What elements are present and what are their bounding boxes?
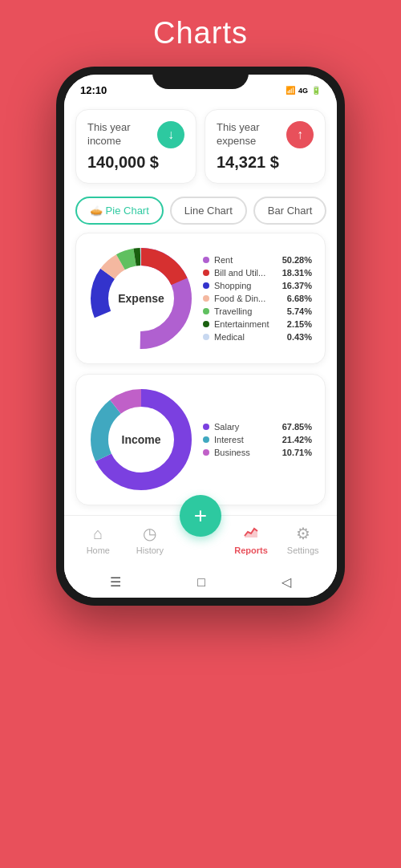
notch [152,67,249,89]
nav-reports-label: Reports [234,546,268,555]
chart-tabs: 🥧 Pie Chart Line Chart Bar Chart [64,193,337,233]
income-donut-wrapper: Income [89,387,193,492]
legend-pct-interest: 21.42% [282,435,312,444]
legend-item: Business 10.71% [203,448,312,457]
income-label: This year income [87,121,157,148]
legend-item: Salary 67.85% [203,422,312,432]
page-title: Charts [153,16,248,51]
expense-icon: ↑ [286,121,314,148]
menu-icon[interactable]: ☰ [110,574,121,590]
history-icon: ◷ [143,524,156,543]
status-icons: 📶 4G 🔋 [286,86,321,95]
home-icon: ⌂ [93,525,103,543]
expense-label: This year expense [217,121,286,148]
legend-pct-salary: 67.85% [282,422,312,432]
tab-line-chart[interactable]: Line Chart [170,197,247,225]
expense-chart-card: Expense Rent 50.28% Bill and Util... 18.… [75,233,326,364]
legend-name-travel: Travelling [214,306,282,316]
legend-item: Entertainment 2.15% [203,319,312,329]
legend-dot-salary [203,424,209,430]
home-nav-icon[interactable]: □ [197,575,205,590]
legend-item: Food & Din... 6.68% [203,294,312,303]
expense-legend: Rent 50.28% Bill and Util... 18.31% Shop… [203,255,312,342]
expense-donut-label: Expense [118,292,164,305]
legend-name-shopping: Shopping [214,281,277,290]
settings-icon: ⚙ [296,524,310,543]
legend-dot-business [203,449,209,456]
bottom-nav: + ⌂ Home ◷ History [64,515,337,566]
expense-amount: 14,321 $ [217,153,314,172]
legend-name-salary: Salary [214,422,277,432]
cards-row: This year income ↓ 140,000 $ This year e… [64,99,337,193]
nav-home[interactable]: ⌂ Home [76,525,120,555]
legend-pct-bill: 18.31% [282,268,312,278]
nav-settings-label: Settings [287,546,319,555]
expense-card: This year expense ↑ 14,321 $ [205,109,326,184]
income-legend: Salary 67.85% Interest 21.42% Business 1… [203,422,312,457]
legend-name-bill: Bill and Util... [214,268,277,278]
income-donut-label: Income [121,433,160,446]
status-time: 12:10 [80,84,107,96]
legend-dot-shopping [203,282,209,289]
reports-icon [243,525,259,543]
nav-history-label: History [136,546,164,555]
legend-name-rent: Rent [214,255,277,265]
income-amount: 140,000 $ [87,153,184,172]
legend-pct-ent: 2.15% [287,319,312,329]
income-card: This year income ↓ 140,000 $ [75,109,196,184]
expense-card-header: This year expense ↑ [217,121,314,148]
legend-name-medical: Medical [214,332,282,342]
legend-dot-ent [203,321,209,327]
income-icon: ↓ [157,121,184,148]
legend-pct-shopping: 16.37% [282,281,312,290]
phone-frame: 12:10 📶 4G 🔋 This year income ↓ [56,67,345,606]
nav-history[interactable]: ◷ History [128,524,172,555]
screen-content: This year income ↓ 140,000 $ This year e… [64,99,337,598]
legend-name-food: Food & Din... [214,294,282,303]
legend-item: Bill and Util... 18.31% [203,268,312,278]
legend-dot-interest [203,436,209,443]
legend-pct-medical: 0.43% [287,332,312,342]
nav-settings[interactable]: ⚙ Settings [281,524,325,555]
wifi-icon: 📶 [286,86,295,95]
legend-name-ent: Entertainment [214,319,282,329]
fab-button[interactable]: + [180,495,221,537]
legend-pct-travel: 5.74% [287,306,312,316]
income-chart-card: Income Salary 67.85% Interest 21.42% [75,374,326,505]
battery-icon: 🔋 [311,86,321,95]
phone-screen: 12:10 📶 4G 🔋 This year income ↓ [64,75,337,598]
android-nav: ☰ □ ◁ [64,566,337,598]
legend-item: Interest 21.42% [203,435,312,444]
signal-icon: 4G [298,87,308,95]
nav-reports[interactable]: Reports [229,525,273,555]
legend-item: Travelling 5.74% [203,306,312,316]
income-card-header: This year income ↓ [87,121,184,148]
legend-name-interest: Interest [214,435,277,444]
nav-home-label: Home [87,546,110,555]
legend-item: Shopping 16.37% [203,281,312,290]
legend-dot-travel [203,308,209,314]
page-wrapper: Charts 12:10 📶 4G 🔋 This year in [0,0,401,868]
legend-dot-rent [203,257,209,263]
tab-bar-chart[interactable]: Bar Chart [253,197,327,225]
tab-pie-chart[interactable]: 🥧 Pie Chart [75,197,164,225]
legend-pct-business: 10.71% [282,448,312,457]
legend-pct-rent: 50.28% [282,255,312,265]
legend-item: Medical 0.43% [203,332,312,342]
expense-donut-wrapper: Expense [89,246,193,351]
back-icon[interactable]: ◁ [282,574,291,590]
legend-dot-medical [203,334,209,340]
legend-item: Rent 50.28% [203,255,312,265]
legend-name-business: Business [214,448,277,457]
legend-pct-food: 6.68% [287,294,312,303]
legend-dot-food [203,295,209,302]
legend-dot-bill [203,270,209,276]
